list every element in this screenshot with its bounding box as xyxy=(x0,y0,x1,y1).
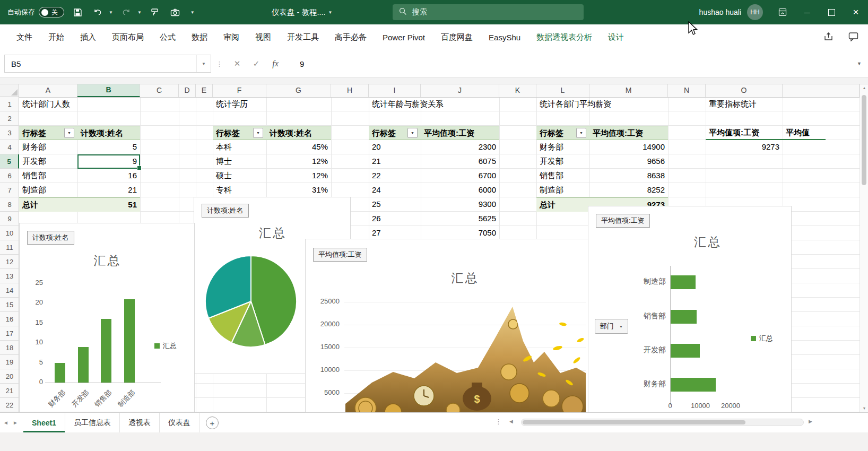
cell-F1[interactable]: 统计学历 xyxy=(213,97,251,111)
user-name[interactable]: hushao huali xyxy=(699,8,741,16)
cell-I10[interactable]: 27 xyxy=(369,226,421,240)
save-icon[interactable] xyxy=(71,5,84,19)
cell-A7[interactable]: 制造部 xyxy=(19,183,77,197)
cell-J8[interactable]: 9300 xyxy=(421,197,499,212)
cell-I3[interactable]: 行标签▼ xyxy=(369,126,421,140)
cell-F3[interactable]: 行标签▼ xyxy=(213,126,266,140)
cell-O4[interactable]: 9273 xyxy=(706,140,783,154)
ribbon-tab-页面布局[interactable]: 页面布局 xyxy=(104,24,152,50)
redo-caret-icon[interactable]: ▼ xyxy=(137,10,142,15)
salary-by-age-area-chart[interactable]: 平均值项:工资 汇总 250002000015000100005000 xyxy=(305,239,589,419)
row-header-13[interactable]: 13 xyxy=(0,269,19,283)
redo-icon[interactable] xyxy=(119,5,133,19)
cell-J9[interactable]: 5625 xyxy=(421,212,499,226)
cell-G4[interactable]: 45% xyxy=(266,140,331,154)
cell-L5[interactable]: 开发部 xyxy=(536,154,589,169)
column-header-C[interactable]: C xyxy=(140,83,179,97)
sheet-tab-员工信息表[interactable]: 员工信息表 xyxy=(65,413,120,432)
vscroll-down-icon[interactable]: ▼ xyxy=(860,404,868,412)
ribbon-tab-设计[interactable]: 设计 xyxy=(600,24,632,50)
autosave-toggle[interactable]: 关 xyxy=(39,7,64,18)
row-header-3[interactable]: 3 xyxy=(0,126,19,140)
cell-I8[interactable]: 25 xyxy=(369,197,421,212)
row-header-8[interactable]: 8 xyxy=(0,197,19,212)
cell-M6[interactable]: 8638 xyxy=(589,169,668,183)
column-header-G[interactable]: G xyxy=(266,83,331,97)
column-header-partial[interactable] xyxy=(783,83,860,97)
horizontal-scrollbar[interactable] xyxy=(521,419,804,426)
selected-cell-outline[interactable] xyxy=(77,154,140,169)
cancel-entry-icon[interactable]: ✕ xyxy=(228,59,247,68)
hscroll-left-icon[interactable]: ◄ xyxy=(508,418,514,424)
row-header-10[interactable]: 10 xyxy=(0,226,19,240)
share-icon[interactable] xyxy=(823,32,834,44)
cell-G7[interactable]: 31% xyxy=(266,183,331,197)
row-header-19[interactable]: 19 xyxy=(0,355,19,369)
formula-bar-expand-icon[interactable]: ▼ xyxy=(857,61,862,66)
column-header-O[interactable]: O xyxy=(706,83,783,97)
quick-access-more-icon[interactable]: ▼ xyxy=(190,10,195,15)
column-header-D[interactable]: D xyxy=(179,83,196,97)
sheet-tab-仪表盘[interactable]: 仪表盘 xyxy=(160,413,199,432)
row-header-2[interactable]: 2 xyxy=(0,111,19,126)
row-header-15[interactable]: 15 xyxy=(0,298,19,312)
cell-B6[interactable]: 16 xyxy=(77,169,140,183)
row-header-21[interactable]: 21 xyxy=(0,384,19,398)
cell-A8[interactable]: 总计 xyxy=(19,197,77,212)
cell-F6[interactable]: 硕士 xyxy=(213,169,266,183)
close-button[interactable]: × xyxy=(844,0,868,24)
row-header-12[interactable]: 12 xyxy=(0,255,19,269)
sheet-tab-透视表[interactable]: 透视表 xyxy=(120,413,160,432)
column-header-J[interactable]: J xyxy=(421,83,499,97)
ribbon-tab-开发工具[interactable]: 开发工具 xyxy=(279,24,327,50)
ribbon-tab-插入[interactable]: 插入 xyxy=(72,24,104,50)
cell-O1[interactable]: 重要指标统计 xyxy=(706,97,760,111)
minimize-button[interactable]: ─ xyxy=(795,0,819,24)
vertical-scrollbar[interactable]: ▲ ▼ xyxy=(860,83,868,412)
ribbon-tab-文件[interactable]: 文件 xyxy=(8,24,40,50)
pivot-field-button[interactable]: 计数项:姓名 xyxy=(202,204,249,218)
cell-L8[interactable]: 总计 xyxy=(536,197,589,212)
cell-L1[interactable]: 统计各部门平均薪资 xyxy=(536,97,614,111)
cell-O3[interactable]: 平均值项:工资 xyxy=(706,126,783,140)
ribbon-tab-百度网盘[interactable]: 百度网盘 xyxy=(433,24,481,50)
avatar[interactable]: HH xyxy=(747,4,763,20)
format-painter-icon[interactable] xyxy=(148,5,162,19)
row-header-22[interactable]: 22 xyxy=(0,398,19,412)
row-header-11[interactable]: 11 xyxy=(0,240,19,255)
insert-function-button[interactable]: fx xyxy=(266,59,285,68)
ribbon-tab-Power Pivot[interactable]: Power Pivot xyxy=(375,24,433,50)
chart-legend[interactable]: 汇总 xyxy=(751,334,773,343)
camera-icon[interactable] xyxy=(168,5,182,19)
vscroll-thumb[interactable] xyxy=(862,95,866,185)
column-header-K[interactable]: K xyxy=(499,83,536,97)
row-header-4[interactable]: 4 xyxy=(0,140,19,154)
row-header-18[interactable]: 18 xyxy=(0,341,19,355)
cell-A6[interactable]: 销售部 xyxy=(19,169,77,183)
cell-J7[interactable]: 6000 xyxy=(421,183,499,197)
sheet-nav-left-icon[interactable]: ◄ xyxy=(3,413,8,432)
cell-L6[interactable]: 销售部 xyxy=(536,169,589,183)
search-box[interactable]: 搜索 xyxy=(393,4,584,20)
cell-I9[interactable]: 26 xyxy=(369,212,421,226)
ribbon-tab-数据透视表分析[interactable]: 数据透视表分析 xyxy=(528,24,600,50)
cell-M5[interactable]: 9656 xyxy=(589,154,668,169)
cell-J10[interactable]: 7050 xyxy=(421,226,499,240)
ribbon-tab-EasyShu[interactable]: EasyShu xyxy=(481,24,528,50)
dept-count-column-chart[interactable]: 计数项:姓名 汇总 2520151050财务部开发部销售部制造部 汇总 xyxy=(19,223,195,412)
cell-F5[interactable]: 博士 xyxy=(213,154,266,169)
chart-legend[interactable]: 汇总 xyxy=(154,341,177,351)
ribbon-tab-数据[interactable]: 数据 xyxy=(184,24,215,50)
cell-L3[interactable]: 行标签▼ xyxy=(536,126,589,140)
cell-M4[interactable]: 14900 xyxy=(589,140,668,154)
sheet-tab-Sheet1[interactable]: Sheet1 xyxy=(23,413,65,432)
maximize-button[interactable] xyxy=(819,0,844,24)
column-header-H[interactable]: H xyxy=(331,83,369,97)
column-header-N[interactable]: N xyxy=(668,83,706,97)
pivot-field-button[interactable]: 平均值项:工资 xyxy=(596,214,650,228)
cell-A4[interactable]: 财务部 xyxy=(19,140,77,154)
cell-L4[interactable]: 财务部 xyxy=(536,140,589,154)
document-title[interactable]: 仪表盘 - 教程.... ▼ xyxy=(272,0,332,24)
cell-F4[interactable]: 本科 xyxy=(213,140,266,154)
cell-J4[interactable]: 2300 xyxy=(421,140,499,154)
